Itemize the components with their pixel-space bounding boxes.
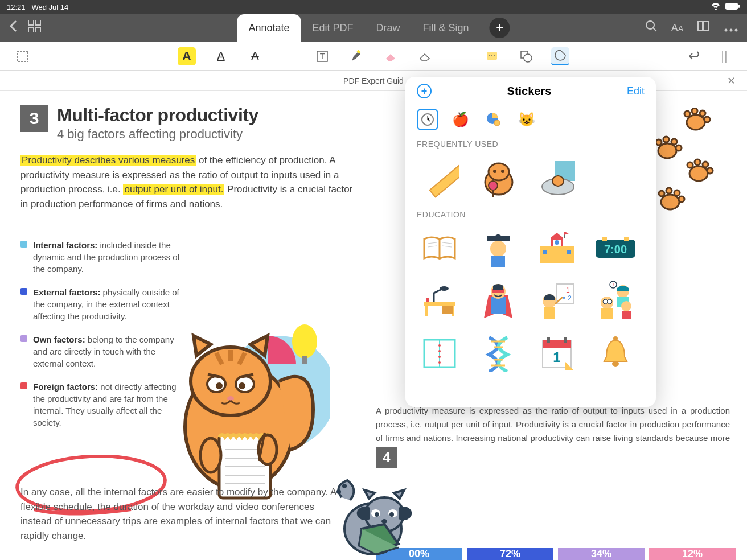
thumbnails-icon[interactable] — [28, 20, 41, 36]
tab-fill-sign[interactable]: Fill & Sign — [412, 14, 481, 42]
svg-rect-2 — [28, 20, 34, 25]
factor-foreign: Foreign factors: not directly affecting … — [20, 381, 180, 429]
edu-label: EDUCATION — [405, 205, 656, 221]
strikethrough-tool-icon[interactable]: A — [246, 47, 264, 65]
svg-point-129 — [438, 356, 441, 358]
sticker-calendar[interactable]: 1 — [534, 331, 580, 376]
education-tab-icon[interactable]: 🍎 — [450, 109, 471, 130]
svg-point-29 — [216, 382, 223, 389]
svg-rect-73 — [430, 164, 459, 197]
svg-point-45 — [704, 117, 710, 122]
raccoon-sticker[interactable] — [330, 475, 416, 560]
svg-point-49 — [671, 139, 677, 145]
close-icon[interactable]: ✕ — [727, 75, 736, 87]
sticker-dna[interactable] — [475, 331, 521, 376]
panel-title: Stickers — [507, 85, 552, 98]
highlight-tool-icon[interactable]: A — [178, 47, 196, 65]
sticker-cat-lollipop[interactable] — [476, 155, 522, 201]
svg-point-20 — [524, 54, 532, 62]
paw-print-stickers[interactable] — [650, 108, 719, 222]
svg-point-72 — [494, 120, 500, 126]
svg-point-77 — [501, 170, 504, 173]
svg-point-50 — [676, 145, 682, 151]
date: Wed Jul 14 — [31, 3, 68, 11]
svg-point-47 — [656, 139, 662, 145]
svg-point-59 — [674, 190, 680, 196]
section-subtitle: 4 big factors affecting productivity — [57, 127, 258, 142]
shape-tool-icon[interactable] — [517, 47, 535, 65]
svg-point-75 — [489, 163, 509, 180]
more-icon[interactable] — [724, 20, 738, 35]
svg-point-121 — [621, 301, 631, 311]
svg-point-48 — [663, 137, 669, 142]
sticker-bell[interactable] — [593, 331, 638, 376]
sticker-open-book[interactable] — [417, 226, 462, 271]
undo-icon[interactable] — [686, 47, 704, 65]
svg-point-54 — [703, 162, 708, 167]
text-tool-icon[interactable]: T — [313, 47, 331, 65]
svg-rect-93 — [543, 250, 547, 254]
tab-annotate[interactable]: Annotate — [237, 14, 301, 42]
svg-rect-118 — [601, 308, 613, 319]
svg-line-7 — [653, 28, 656, 31]
time: 12:21 — [7, 3, 26, 11]
toolbar: A A A T || — [0, 42, 747, 71]
tab-edit-pdf[interactable]: Edit PDF — [301, 14, 364, 42]
select-tool-icon[interactable] — [14, 47, 32, 65]
eraser-tool-icon[interactable] — [381, 47, 400, 65]
underline-tool-icon[interactable]: A — [212, 47, 230, 65]
svg-point-119 — [603, 299, 608, 304]
svg-point-141 — [612, 361, 619, 367]
svg-point-69 — [381, 519, 387, 524]
svg-point-55 — [707, 168, 713, 174]
svg-rect-100 — [424, 302, 455, 306]
status-right — [711, 2, 740, 12]
status-left: 12:21 Wed Jul 14 — [7, 3, 68, 11]
svg-rect-122 — [622, 311, 631, 319]
sticker-graduate[interactable] — [475, 226, 521, 271]
recent-tab-icon[interactable] — [417, 109, 438, 130]
svg-text:!: ! — [612, 282, 613, 287]
sticker-tool-icon[interactable] — [551, 47, 569, 65]
tab-draw[interactable]: Draw — [365, 14, 412, 42]
svg-point-6 — [646, 21, 654, 29]
sticker-desk[interactable] — [417, 278, 462, 324]
sticker-cat-bath[interactable] — [535, 155, 581, 201]
svg-rect-3 — [36, 20, 41, 25]
svg-text:+1: +1 — [562, 286, 570, 294]
pen-tool-icon[interactable] — [347, 47, 366, 65]
svg-point-42 — [684, 111, 690, 117]
more-tools-icon[interactable]: || — [715, 47, 733, 65]
svg-point-92 — [555, 240, 559, 245]
factor-internal: Internal factors: included inside the dy… — [20, 239, 180, 275]
book-icon[interactable] — [697, 20, 711, 35]
business-tab-icon[interactable] — [483, 109, 504, 130]
svg-rect-137 — [547, 337, 550, 343]
add-tab-button[interactable]: + — [490, 18, 510, 38]
sticker-students[interactable]: ! — [593, 278, 638, 324]
text-size-icon[interactable]: AA — [671, 22, 683, 34]
svg-point-120 — [608, 299, 612, 304]
bottom-paragraph: In any case, all the internal factors ar… — [0, 468, 364, 560]
svg-point-18 — [494, 55, 495, 56]
sticker-school[interactable] — [534, 226, 580, 271]
eraser2-tool-icon[interactable] — [416, 47, 434, 65]
body-paragraph: Productivity describes various measures … — [20, 153, 356, 211]
sticker-superhero[interactable] — [475, 278, 521, 324]
svg-rect-94 — [567, 250, 571, 254]
factor-own: Own factors: belong to the company and a… — [20, 333, 180, 369]
sticker-clock[interactable]: 7:00 — [593, 226, 638, 271]
sticker-ruler[interactable] — [417, 155, 462, 201]
note-tool-icon[interactable] — [483, 47, 501, 65]
svg-point-44 — [700, 110, 705, 116]
section-number: 3 — [20, 105, 48, 132]
svg-rect-99 — [624, 237, 629, 241]
sticker-notebook[interactable] — [417, 331, 462, 376]
search-icon[interactable] — [645, 20, 658, 36]
back-icon[interactable] — [9, 20, 17, 36]
edit-stickers-button[interactable]: Edit — [627, 85, 645, 97]
add-sticker-button[interactable]: + — [417, 84, 432, 98]
header: Annotate Edit PDF Draw Fill & Sign + AA — [0, 14, 747, 42]
sticker-teacher[interactable]: +1× 2 — [534, 278, 580, 324]
cats-tab-icon[interactable]: 😺 — [516, 109, 537, 130]
